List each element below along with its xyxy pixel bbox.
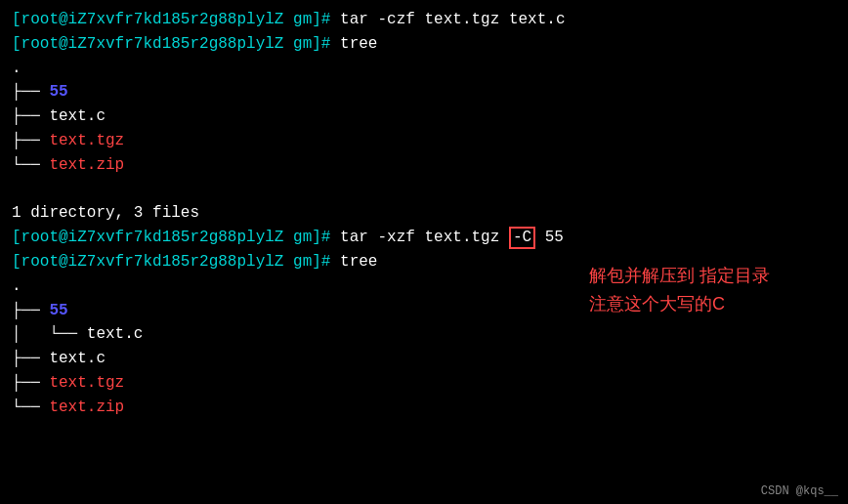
terminal-line: [root@iZ7xvfr7kd185r2g88plylZ gm]# tar -… (12, 8, 836, 32)
tree-item: └── text.zip (12, 396, 836, 420)
tree-file-name: text.tgz (49, 129, 124, 153)
command: tree (340, 32, 377, 57)
tree-item: ├── text.tgz (12, 371, 836, 396)
command-after: 55 (535, 226, 564, 250)
prompt: [root@iZ7xvfr7kd185r2g88plylZ gm]# (12, 250, 340, 274)
tree-prefix: ├── (12, 299, 49, 323)
tree-file-name: text.c (49, 347, 106, 371)
tree-file-name: text.tgz (49, 371, 124, 396)
tree-file-name: text.c (87, 322, 144, 347)
tree-item: ├── text.c (12, 347, 836, 371)
terminal-line: [root@iZ7xvfr7kd185r2g88plylZ gm]# tree (12, 32, 836, 57)
summary-text: 1 directory, 3 files (12, 201, 199, 226)
tree-prefix: ├── (12, 347, 49, 371)
tree-dir-name: 55 (49, 299, 67, 323)
terminal: [root@iZ7xvfr7kd185r2g88plylZ gm]# tar -… (0, 0, 848, 428)
annotation-line2: 注意这个大写的C (589, 290, 770, 318)
tree-dot: . (12, 274, 21, 299)
prompt: [root@iZ7xvfr7kd185r2g88plylZ gm]# (12, 8, 340, 32)
tree-prefix: ├── (12, 105, 49, 129)
tree-summary: 1 directory, 3 files (12, 201, 836, 226)
tree-file-name: text.c (49, 105, 106, 129)
tree-file-name: text.zip (49, 396, 124, 420)
tree-dot: . (12, 57, 21, 81)
tree-prefix: ├── (12, 129, 49, 153)
annotation-line1: 解包并解压到 指定目录 (589, 262, 770, 290)
prompt: [root@iZ7xvfr7kd185r2g88plylZ gm]# (12, 226, 340, 250)
tree-root: . (12, 57, 836, 81)
tree-item: └── text.zip (12, 153, 836, 178)
tree-subitem: │ └── text.c (12, 322, 836, 347)
tree-prefix: ├── (12, 371, 49, 396)
empty-line (12, 178, 836, 202)
prompt: [root@iZ7xvfr7kd185r2g88plylZ gm]# (12, 32, 340, 57)
terminal-line: [root@iZ7xvfr7kd185r2g88plylZ gm]# tar -… (12, 226, 836, 250)
command: tar -czf text.tgz text.c (340, 8, 565, 32)
tree-item: ├── 55 (12, 80, 836, 105)
highlight-flag: -C (509, 227, 535, 249)
tree-prefix: └── (12, 396, 49, 420)
command-before: tar -xzf text.tgz (340, 226, 509, 250)
tree-prefix: └── (12, 153, 49, 178)
watermark: CSDN @kqs__ (761, 484, 838, 498)
tree-prefix: │ └── (12, 322, 87, 347)
tree-prefix: ├── (12, 80, 49, 105)
tree-file-name: text.zip (49, 153, 124, 178)
annotation: 解包并解压到 指定目录 注意这个大写的C (589, 262, 770, 318)
tree-item: ├── text.c (12, 105, 836, 129)
tree-dir-name: 55 (49, 80, 67, 105)
command: tree (340, 250, 377, 274)
tree-item: ├── text.tgz (12, 129, 836, 153)
